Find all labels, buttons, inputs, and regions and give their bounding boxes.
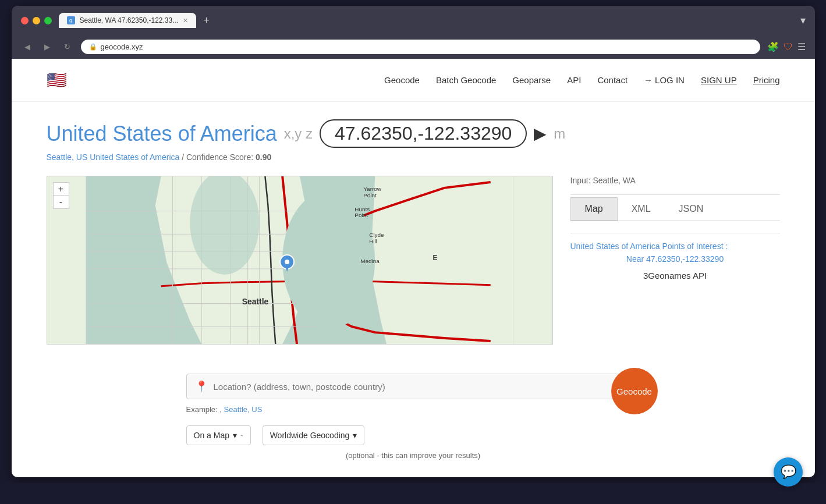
site-header: 🇺🇸 Geocode Batch Geocode Geoparse API Co… <box>12 59 815 102</box>
title-bar: g Seattle, WA 47.62350,-122.33... ✕ + ▾ <box>12 6 815 35</box>
geocoding-dropdown[interactable]: Worldwide Geocoding ▾ <box>263 425 365 445</box>
tab-json[interactable]: JSON <box>665 198 718 220</box>
coords-bubble: 47.62350,-122.33290 <box>320 119 527 148</box>
main-content: United States of America x,y z 47.62350,… <box>12 102 815 362</box>
search-section: 📍 Geocode Example: , Seattle, US On a Ma… <box>151 362 675 477</box>
nav-right: 🧩 🛡 ☰ <box>767 41 806 52</box>
tab-title: Seattle, WA 47.62350,-122.33... <box>80 16 179 24</box>
page: 🇺🇸 Geocode Batch Geocode Geoparse API Co… <box>12 59 815 477</box>
nav-pricing[interactable]: Pricing <box>753 75 780 85</box>
active-tab[interactable]: g Seattle, WA 47.62350,-122.33... ✕ <box>59 13 197 28</box>
traffic-lights <box>21 17 52 24</box>
tab-favicon: g <box>67 16 75 24</box>
view-tabs: Map XML JSON <box>570 197 780 221</box>
breadcrumb-sep: / <box>182 152 184 162</box>
svg-text:Yarrow: Yarrow <box>363 186 382 192</box>
minimize-button[interactable] <box>33 17 40 24</box>
svg-text:Hunts: Hunts <box>354 206 370 212</box>
geocoding-dropdown-arrow: ▾ <box>353 431 357 440</box>
location-pin-icon: 📍 <box>195 380 208 393</box>
zoom-in-button[interactable]: + <box>54 183 69 196</box>
search-row: On a Map ▾ - Worldwide Geocoding ▾ <box>186 425 640 445</box>
map-option-label: On a Map <box>194 431 229 440</box>
svg-text:Hill: Hill <box>369 238 377 244</box>
chat-button[interactable]: 💬 <box>774 457 803 483</box>
menu-icon[interactable]: ☰ <box>797 41 806 52</box>
geocoding-option-label: Worldwide Geocoding <box>270 431 350 440</box>
map-zoom-controls: + - <box>53 182 69 209</box>
result-layout: + - <box>47 176 780 345</box>
svg-text:Point: Point <box>354 212 368 219</box>
login-icon: → <box>644 75 653 85</box>
forward-button[interactable]: ▶ <box>41 41 54 53</box>
svg-marker-2 <box>369 176 513 344</box>
separator <box>570 194 780 195</box>
confidence-value: 0.90 <box>256 152 271 162</box>
confidence-label: Confidence Score: <box>186 152 253 162</box>
search-input[interactable] <box>214 382 632 392</box>
new-tab-button[interactable]: + <box>201 15 212 27</box>
svg-text:Seattle: Seattle <box>242 297 268 306</box>
poi-near: Near 47.62350,-122.33290 <box>570 254 780 264</box>
svg-text:Point: Point <box>363 192 377 198</box>
address-bar[interactable]: 🔒 geocode.xyz <box>81 40 760 54</box>
tab-close-icon[interactable]: ✕ <box>183 17 188 24</box>
unit-label: m <box>554 126 565 142</box>
result-subtitle: Seattle, US United States of America / C… <box>47 152 780 162</box>
svg-point-18 <box>285 260 289 264</box>
svg-text:E: E <box>433 254 437 262</box>
chevron-down-icon[interactable]: ▾ <box>800 14 806 27</box>
map-container: + - <box>47 176 553 345</box>
site-nav: Geocode Batch Geocode Geoparse API Conta… <box>384 75 779 85</box>
extensions-icon: 🧩 <box>767 41 779 52</box>
api-name: 3Geonames API <box>570 271 780 281</box>
map-svg: Yarrow Point Hunts Point Clyde Hill Medi… <box>47 176 552 344</box>
nav-geocode[interactable]: Geocode <box>384 75 420 85</box>
close-button[interactable] <box>21 17 29 24</box>
separator2 <box>570 233 780 233</box>
maximize-button[interactable] <box>44 17 52 24</box>
example-text: Example: , Seattle, US <box>186 405 640 414</box>
search-bar[interactable]: 📍 <box>186 374 640 399</box>
arrow-icon: ▶ <box>534 124 547 143</box>
map-dropdown-arrow: ▾ <box>233 431 237 440</box>
result-heading-suffix: x,y z <box>284 126 313 142</box>
site-logo: 🇺🇸 <box>47 70 67 90</box>
poi-section: United States of America Points of Inter… <box>570 236 780 281</box>
search-wrapper: 📍 Geocode <box>186 374 640 399</box>
lock-icon: 🔒 <box>89 43 97 51</box>
url-text: geocode.xyz <box>101 42 143 51</box>
nav-geoparse[interactable]: Geoparse <box>512 75 551 85</box>
right-panel: Input: Seattle, WA Map XML JSON United S… <box>570 176 780 345</box>
example-prefix: Example: , <box>186 405 222 414</box>
nav-api[interactable]: API <box>567 75 581 85</box>
input-display: Input: Seattle, WA <box>570 176 780 185</box>
nav-contact[interactable]: Contact <box>597 75 628 85</box>
map-area[interactable]: + - <box>47 176 553 345</box>
tab-xml[interactable]: XML <box>618 198 665 220</box>
back-button[interactable]: ◀ <box>21 41 34 53</box>
tab-map[interactable]: Map <box>570 197 618 221</box>
result-title: United States of America x,y z 47.62350,… <box>47 119 780 148</box>
breadcrumb-link[interactable]: Seattle, US United States of America <box>47 152 180 162</box>
nav-bar: ◀ ▶ ↻ 🔒 geocode.xyz 🧩 🛡 ☰ <box>12 35 815 59</box>
shield-icon: 🛡 <box>784 42 793 52</box>
geocode-button[interactable]: Geocode <box>611 368 658 414</box>
zoom-out-button[interactable]: - <box>54 196 69 208</box>
reload-button[interactable]: ↻ <box>61 41 74 53</box>
nav-signup[interactable]: SIGN UP <box>701 75 737 85</box>
poi-link[interactable]: United States of America Points of Inter… <box>570 242 780 251</box>
svg-text:Clyde: Clyde <box>369 232 384 238</box>
optional-text: (optional - this can improve your result… <box>186 451 640 460</box>
svg-text:Medina: Medina <box>360 258 380 264</box>
map-dropdown[interactable]: On a Map ▾ - <box>186 425 251 445</box>
result-heading: United States of America <box>47 122 277 146</box>
nav-batch-geocode[interactable]: Batch Geocode <box>436 75 496 85</box>
tab-bar: g Seattle, WA 47.62350,-122.33... ✕ + <box>59 13 793 28</box>
dropdown-divider: - <box>240 431 243 440</box>
nav-login[interactable]: → LOG IN <box>644 75 685 85</box>
example-link[interactable]: Seattle, US <box>224 405 263 414</box>
